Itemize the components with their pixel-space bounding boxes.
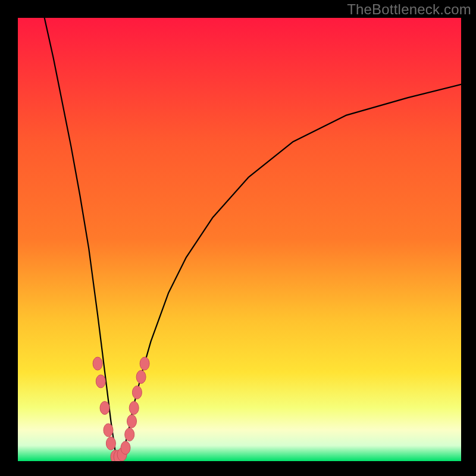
data-marker [100, 402, 109, 415]
plot-area [18, 18, 461, 461]
data-marker [140, 357, 149, 370]
data-marker [104, 424, 113, 437]
data-marker [93, 357, 102, 370]
data-marker [127, 415, 137, 428]
data-marker [96, 375, 105, 388]
data-marker [106, 437, 115, 450]
gradient-background [18, 18, 461, 461]
data-marker [121, 441, 130, 455]
data-marker [125, 428, 134, 441]
data-marker [136, 371, 146, 384]
chart-svg [18, 18, 461, 461]
data-marker [129, 402, 139, 415]
watermark-text: TheBottleneck.com [347, 1, 471, 18]
chart-frame: TheBottleneck.com [0, 0, 476, 476]
data-marker [132, 386, 142, 399]
